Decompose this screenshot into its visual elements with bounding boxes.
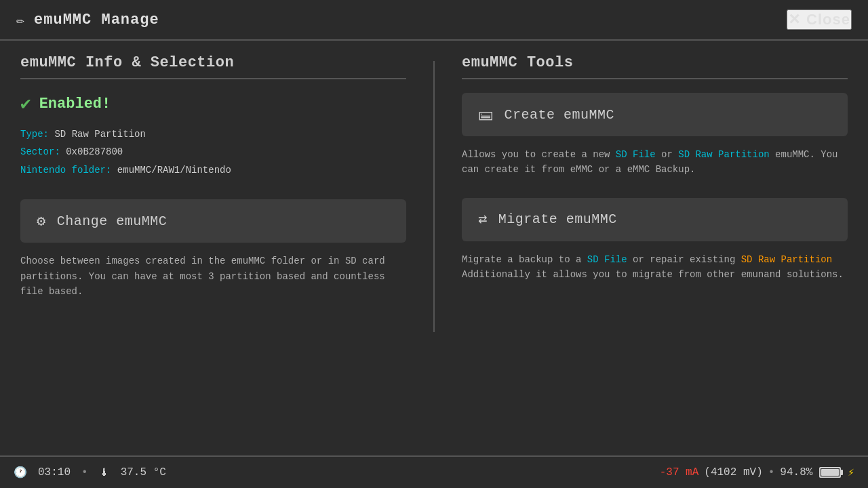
migrate-desc-post: Additionally it allows you to migrate fr… <box>462 269 844 280</box>
temperature-display: 37.5 °C <box>121 466 166 479</box>
migrate-btn-label: Migrate emuMMC <box>498 211 617 227</box>
time-display: 03:10 <box>38 466 71 479</box>
create-emummc-button[interactable]: 🖴 Create emuMMC <box>462 93 848 136</box>
right-section-title: emuMMC Tools <box>462 54 848 71</box>
info-section: Type: SD Raw Partition Sector: 0x0B28780… <box>20 127 406 180</box>
footer-right: -37 mA (4102 mV) • 94.8% ⚡ <box>660 466 854 479</box>
type-value: SD Raw Partition <box>54 129 145 140</box>
battery-pct-display: 94.8% <box>780 466 812 479</box>
clock-icon: 🕐 <box>14 466 27 479</box>
close-label: Close <box>806 11 850 28</box>
bolt-icon: ⚡ <box>848 466 854 479</box>
right-panel: emuMMC Tools 🖴 Create emuMMC Allows you … <box>462 54 848 442</box>
gear-icon: ⚙ <box>37 212 46 230</box>
create-or: or <box>656 149 679 160</box>
status-row: ✔ Enabled! <box>20 93 406 115</box>
create-btn-label: Create emuMMC <box>505 107 615 123</box>
left-divider <box>20 78 406 79</box>
disk-icon: 🖴 <box>478 106 494 124</box>
migrate-sd-partition: SD Raw Partition <box>741 254 832 265</box>
left-panel: emuMMC Info & Selection ✔ Enabled! Type:… <box>20 54 406 442</box>
battery-fill <box>821 469 838 476</box>
sector-row: Sector: 0x0B287800 <box>20 144 406 159</box>
status-text: Enabled! <box>39 96 111 113</box>
checkmark-icon: ✔ <box>20 93 31 115</box>
create-description: Allows you to create a new SD File or SD… <box>462 147 848 178</box>
vertical-divider <box>433 61 435 332</box>
nintendo-value: emuMMC/RAW1/Nintendo <box>117 165 231 176</box>
create-sd-partition: SD Raw Partition <box>678 149 769 160</box>
pencil-icon: ✏️ <box>16 12 24 28</box>
migrate-sd-file: SD File <box>587 254 627 265</box>
type-row: Type: SD Raw Partition <box>20 127 406 142</box>
create-sd-file: SD File <box>616 149 656 160</box>
current-display: -37 mA <box>660 466 699 479</box>
close-button[interactable]: ✕ Close <box>787 9 852 30</box>
nintendo-label: Nintendo folder: <box>20 165 111 176</box>
header-left: ✏️ emuMMC Manage <box>16 12 159 28</box>
nintendo-row: Nintendo folder: emuMMC/RAW1/Nintendo <box>20 163 406 178</box>
footer: 🕐 03:10 • 🌡 37.5 °C -37 mA (4102 mV) • 9… <box>0 455 868 488</box>
migrate-emummc-button[interactable]: ⇄ Migrate emuMMC <box>462 198 848 241</box>
migrate-or: or repair existing <box>627 254 741 265</box>
battery-bar <box>819 467 841 478</box>
footer-left: 🕐 03:10 • 🌡 37.5 °C <box>14 466 166 479</box>
dot-separator-1: • <box>81 466 88 479</box>
voltage-display: (4102 mV) <box>704 466 762 479</box>
change-btn-label: Change emuMMC <box>57 214 167 229</box>
right-divider <box>462 78 848 79</box>
close-x-icon: ✕ <box>788 11 801 28</box>
dot-separator-2: • <box>768 466 775 479</box>
header: ✏️ emuMMC Manage ✕ Close <box>0 0 868 41</box>
migrate-desc-pre: Migrate a backup to a <box>462 254 587 265</box>
thermometer-icon: 🌡 <box>99 466 110 479</box>
change-emummc-button[interactable]: ⚙ Change emuMMC <box>20 199 406 243</box>
sector-label: Sector: <box>20 146 60 157</box>
migrate-icon: ⇄ <box>478 210 488 228</box>
type-label: Type: <box>20 129 49 140</box>
create-desc-pre: Allows you to create a new <box>462 149 616 160</box>
left-section-title: emuMMC Info & Selection <box>20 54 406 71</box>
change-description: Choose between images created in the emu… <box>20 253 406 299</box>
header-title: emuMMC Manage <box>34 12 159 28</box>
migrate-description: Migrate a backup to a SD File or repair … <box>462 252 848 283</box>
sector-value: 0x0B287800 <box>66 146 123 157</box>
main-content: emuMMC Info & Selection ✔ Enabled! Type:… <box>0 41 868 455</box>
